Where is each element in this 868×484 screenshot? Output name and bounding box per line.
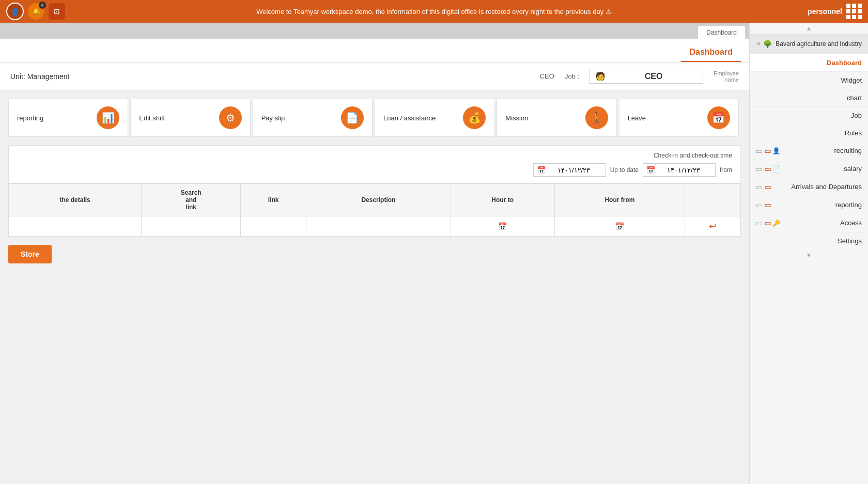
action-btn-reporting[interactable]: 📊 reporting xyxy=(8,99,128,137)
sidebar-minus-icon[interactable]: ▭ xyxy=(756,201,763,209)
sidebar-minus-icon[interactable]: ▭ xyxy=(756,147,763,155)
topbar-right: personnel xyxy=(808,4,862,19)
btn-label-leave: Leave xyxy=(628,114,703,122)
employee-label-name: :name xyxy=(723,76,739,83)
sidebar-tree-icon[interactable]: 🌳 xyxy=(763,40,772,48)
td-details xyxy=(9,216,142,237)
user-avatar[interactable]: 👤 xyxy=(6,3,24,20)
sidebar-item-dashboard[interactable]: Dashboard xyxy=(750,54,868,72)
store-button[interactable]: Store xyxy=(8,245,52,263)
upto-label: Up to date xyxy=(610,166,639,174)
sidebar-item-label: Job xyxy=(756,112,862,119)
td-hour-to: 📅 xyxy=(451,216,554,237)
sidebar-item-recruiting[interactable]: ▭▭👤 recruiting xyxy=(750,142,868,160)
sidebar-header: ✕ 🌳 Bavard agriculture and Industry xyxy=(750,35,868,54)
td-link xyxy=(241,216,306,237)
action-buttons: 📊 reporting ⚙ Edit shift 📄 Pay slip 💰 Lo… xyxy=(0,90,749,145)
report-table: the detailsSearch and linklinkDescriptio… xyxy=(8,183,741,237)
topbar: 👤 🔔 4 ⊡ Welcome to Teamyar workspace dem… xyxy=(0,0,868,23)
table-header: Description xyxy=(306,184,451,216)
sidebar-item-label: salary xyxy=(780,165,862,173)
to-date-input[interactable] xyxy=(655,166,712,174)
sidebar-item-label: recruiting xyxy=(780,147,862,154)
employee-label-text: Employee xyxy=(714,70,739,76)
hour-from-cal-icon[interactable]: 📅 xyxy=(615,222,624,230)
checkin-label: Check-in and check-out time xyxy=(17,152,732,159)
sidebar-items: Dashboard Widget chart Job Rules ▭▭👤 rec… xyxy=(750,54,868,249)
sidebar-item-settings[interactable]: Settings xyxy=(750,232,868,249)
td-return: ↩ xyxy=(685,216,741,237)
sidebar-up-arrow[interactable]: ▲ xyxy=(750,23,868,35)
sidebar-item-label: reporting xyxy=(771,201,862,209)
notifications-button[interactable]: 🔔 4 xyxy=(28,3,44,20)
btn-label-loan-assistance: Loan / assistance xyxy=(383,114,459,122)
td-hour-from: 📅 xyxy=(554,216,685,237)
home-button[interactable]: ⊡ xyxy=(49,3,65,20)
sidebar-item-reporting[interactable]: ▭▭ reporting xyxy=(750,196,868,214)
dashboard-tab[interactable]: Dashboard xyxy=(681,43,741,62)
sidebar-plus-icon[interactable]: ▭ xyxy=(764,201,771,209)
employee-name-label: Employee :name xyxy=(714,70,739,83)
topbar-message: Welcome to Teamyar workspace demo, the i… xyxy=(256,8,612,15)
btn-label-reporting: reporting xyxy=(17,114,92,122)
sidebar-key-icon: 🔑 xyxy=(772,220,780,227)
from-date-input[interactable] xyxy=(546,166,602,174)
from-label: from xyxy=(720,166,732,174)
btn-icon-pay-slip: 📄 xyxy=(341,106,364,129)
employee-name-value: CEO xyxy=(610,72,698,81)
table-row: 📅 📅 ↩ xyxy=(9,216,741,237)
sidebar-item-label: Rules xyxy=(756,129,862,137)
notif-badge: 4 xyxy=(39,2,46,9)
td-description xyxy=(306,216,451,237)
sidebar-item-job[interactable]: Job xyxy=(750,107,868,124)
table-header: the details xyxy=(9,184,142,216)
to-date-input-wrap[interactable]: 📅 xyxy=(643,163,716,177)
sidebar-minus-icon[interactable]: ▭ xyxy=(756,165,763,173)
action-btn-leave[interactable]: 📅 Leave xyxy=(619,99,739,137)
sidebar-minus-icon[interactable]: ▭ xyxy=(756,183,763,191)
action-btn-pay-slip[interactable]: 📄 Pay slip xyxy=(253,99,373,137)
sidebar-down-arrow[interactable]: ▼ xyxy=(750,249,868,261)
table-header xyxy=(685,184,741,216)
from-cal-icon[interactable]: 📅 xyxy=(537,166,546,174)
to-cal-icon[interactable]: 📅 xyxy=(646,166,655,174)
btn-label-mission: Mission xyxy=(505,114,581,122)
sidebar-item-label: Dashboard xyxy=(756,59,862,67)
app-name: personnel xyxy=(808,7,842,15)
right-sidebar: ▲ ✕ 🌳 Bavard agriculture and Industry Da… xyxy=(749,23,868,484)
tab-dashboard[interactable]: Dashboard xyxy=(698,26,745,39)
sidebar-plus-icon[interactable]: ▭ xyxy=(764,219,771,227)
btn-icon-reporting: 📊 xyxy=(97,106,119,129)
sidebar-person-icon: 👤 xyxy=(772,147,780,154)
sidebar-item-icons: ▭▭ xyxy=(756,183,771,191)
sidebar-collapse-icon[interactable]: ✕ xyxy=(756,40,761,48)
sidebar-plus-icon[interactable]: ▭ xyxy=(764,183,771,191)
sidebar-item-rules[interactable]: Rules xyxy=(750,124,868,142)
employee-bar: Unit: Management CEO Job : 🧑 CEO Employe… xyxy=(0,63,749,90)
sidebar-item-access[interactable]: ▭▭🔑 Access xyxy=(750,214,868,232)
sidebar-item-salary[interactable]: ▭▭📄 salary xyxy=(750,160,868,178)
sidebar-item-icons: ▭▭ xyxy=(756,201,771,209)
sidebar-item-icons: ▭▭📄 xyxy=(756,165,780,173)
sidebar-item-arrivals-departures[interactable]: ▭▭ Arrivals and Departures xyxy=(750,178,868,196)
sidebar-item-widget[interactable]: Widget xyxy=(750,72,868,89)
sidebar-minus-icon[interactable]: ▭ xyxy=(756,219,763,227)
hour-to-cal-icon[interactable]: 📅 xyxy=(498,222,507,230)
apps-grid-button[interactable] xyxy=(846,4,862,19)
sidebar-item-chart[interactable]: chart xyxy=(750,89,868,107)
return-icon[interactable]: ↩ xyxy=(709,221,717,231)
checkin-section: Check-in and check-out time 📅 Up to date… xyxy=(8,145,741,183)
table-header: Hour from xyxy=(554,184,685,216)
from-date-input-wrap[interactable]: 📅 xyxy=(533,163,606,177)
sidebar-company-name: Bavard agriculture and Industry xyxy=(776,40,862,49)
action-btn-edit-shift[interactable]: ⚙ Edit shift xyxy=(130,99,250,137)
person-icon: 🧑 xyxy=(595,71,606,81)
btn-icon-edit-shift: ⚙ xyxy=(219,106,242,129)
action-btn-mission[interactable]: 🚶 Mission xyxy=(497,99,616,137)
action-btn-loan-assistance[interactable]: 💰 Loan / assistance xyxy=(375,99,494,137)
sidebar-plus-icon[interactable]: ▭ xyxy=(764,147,771,155)
sidebar-plus-icon[interactable]: ▭ xyxy=(764,165,771,173)
btn-icon-loan-assistance: 💰 xyxy=(463,106,486,129)
dashboard-header: Dashboard xyxy=(0,39,749,63)
employee-name-box: 🧑 CEO xyxy=(590,69,703,84)
